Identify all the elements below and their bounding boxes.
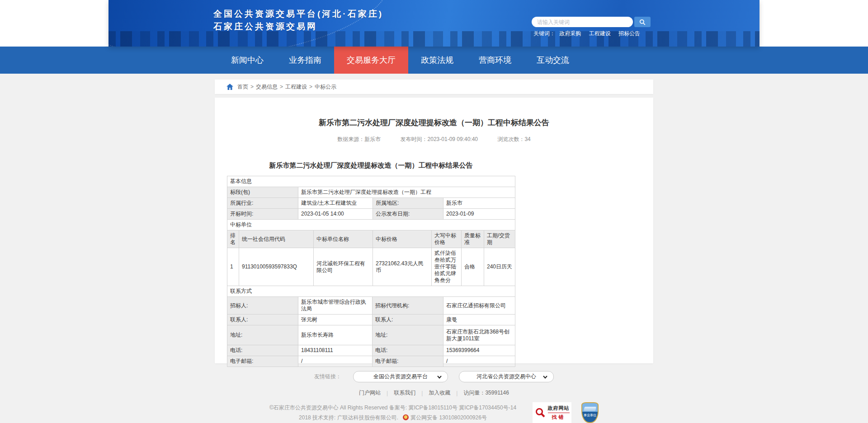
industry-value: 建筑业/土木工程建筑业 — [298, 198, 373, 209]
contact2-value: 康曼 — [443, 315, 515, 325]
table-row: 电话: 18431108111 电话: 15369399664 — [227, 345, 515, 356]
col-price: 中标价格 — [373, 230, 432, 248]
winner-price: 27321062.43元人民币 — [373, 248, 432, 286]
address2-value: 石家庄市新石北路368号创新大厦1011室 — [443, 325, 515, 345]
keyword-link-tender-notice[interactable]: 招标公告 — [618, 30, 640, 37]
breadcrumb-separator: > — [250, 84, 254, 90]
winner-data-row: 1 91130100593597833Q 河北诚乾环保工程有限公司 273210… — [227, 248, 515, 286]
email2-value: / — [443, 356, 515, 367]
content-card: 新乐市第二污水处理厂深度处理提标改造（一期）工程中标结果公告 数据来源：新乐市 … — [215, 98, 653, 363]
col-rank: 排名 — [227, 230, 239, 248]
friend-link-select-national[interactable]: 全国公共资源交易平台 — [353, 371, 448, 382]
nav-item-news[interactable]: 新闻中心 — [218, 47, 276, 74]
contact-table: 联系方式 招标人: 新乐市城市管理综合行政执法局 招标代理机构: 石家庄亿通招标… — [227, 286, 515, 367]
divider: | — [387, 390, 388, 396]
breadcrumb-separator: > — [280, 84, 283, 90]
contact1-value: 张元树 — [298, 315, 373, 325]
keyword-link-gov-procurement[interactable]: 政府采购 — [559, 30, 581, 37]
banner-image: 全国公共资源交易平台(河北·石家庄) 石家庄公共资源交易网 关键词： 政府采购 … — [108, 0, 760, 47]
breadcrumb-engineering[interactable]: 工程建设 — [285, 83, 307, 91]
site-title-line1: 全国公共资源交易平台(河北·石家庄) — [213, 8, 383, 20]
announcement-inner-title: 新乐市第二污水处理厂深度处理提标改造（一期）工程中标结果公告 — [227, 161, 515, 170]
breadcrumb-current[interactable]: 中标公示 — [315, 83, 336, 91]
breadcrumb-home[interactable]: 首页 — [237, 83, 248, 91]
email1-value: / — [298, 356, 373, 367]
search-bar — [532, 17, 651, 27]
public-security-icon — [403, 414, 409, 420]
table-row: 开标时间: 2023-01-05 14:00 公示发布日期: 2023-01-0… — [227, 209, 515, 220]
divider: | — [456, 390, 458, 396]
footer-link-favorite[interactable]: 加入收藏 — [429, 389, 450, 397]
phone2-label: 电话: — [373, 345, 443, 356]
publish-date-value: 2023-01-09 — [443, 209, 515, 220]
nav-item-guide[interactable]: 业务指南 — [276, 47, 334, 74]
hot-keywords: 关键词： 政府采购 工程建设 招标公告 — [533, 30, 646, 38]
gov-site-error-badge[interactable]: 政府网站 找错 — [533, 402, 571, 423]
winner-header-row: 排名 统一社会信用代码 中标单位名称 中标价格 大写中标价格 质量标准 工期/交… — [227, 230, 515, 248]
col-price-capital: 大写中标价格 — [432, 230, 462, 248]
table-row: 所属行业: 建筑业/土木工程建筑业 所属地区: 新乐市 — [227, 198, 515, 209]
copyright-text: ©石家庄市公共资源交易中心 All Rights Reserved 备案号: 冀… — [269, 403, 516, 423]
copyright-line1: ©石家庄市公共资源交易中心 All Rights Reserved 备案号: 冀… — [269, 403, 516, 413]
keyword-link-engineering[interactable]: 工程建设 — [589, 30, 611, 37]
winner-price-capital: 贰仟柒佰叁拾贰万壹仟零陆拾贰元肆角叁分 — [432, 248, 462, 286]
section-winner: 中标单位 — [227, 220, 515, 230]
nav-item-policy[interactable]: 政策法规 — [408, 47, 466, 74]
selected-option: 全国公共资源交易平台 — [373, 373, 428, 381]
contact2-label: 联系人: — [373, 315, 443, 325]
footer-link-contact[interactable]: 联系我们 — [394, 389, 415, 397]
page-title: 新乐市第二污水处理厂深度处理提标改造（一期）工程中标结果公告 — [215, 118, 653, 128]
contact1-label: 联系人: — [227, 315, 298, 325]
winner-company: 河北诚乾环保工程有限公司 — [314, 248, 373, 286]
announcement-body: 新乐市第二污水处理厂深度处理提标改造（一期）工程中标结果公告 基本信息 标段(包… — [227, 161, 515, 367]
package-value: 新乐市第二污水处理厂深度处理提标改造（一期）工程 — [298, 187, 515, 198]
table-row: 基本信息 — [227, 176, 515, 187]
copyright-row: ©石家庄市公共资源交易中心 All Rights Reserved 备案号: 冀… — [0, 402, 868, 423]
col-duration: 工期/交货期 — [484, 230, 515, 248]
site-title: 全国公共资源交易平台(河北·石家庄) 石家庄公共资源交易网 — [213, 8, 383, 33]
table-row: 招标人: 新乐市城市管理综合行政执法局 招标代理机构: 石家庄亿通招标有限公司 — [227, 297, 515, 315]
nav-item-trading-hall[interactable]: 交易服务大厅 — [334, 47, 408, 74]
address1-label: 地址: — [227, 325, 298, 345]
chevron-down-icon — [437, 374, 442, 381]
address2-label: 地址: — [373, 325, 443, 345]
table-row: 联系人: 张元树 联系人: 康曼 — [227, 315, 515, 325]
chevron-down-icon — [542, 374, 548, 381]
badge-text-line1: 政府网站 — [548, 405, 570, 412]
nav-item-business-env[interactable]: 营商环境 — [466, 47, 524, 74]
breadcrumb: 首页 > 交易信息 > 工程建设 > 中标公示 — [215, 80, 653, 94]
top-strip: 全国公共资源交易平台(河北·石家庄) 石家庄公共资源交易网 关键词： 政府采购 … — [0, 0, 868, 47]
article-meta: 数据来源：新乐市 发布时间：2023-01-09 09:40:40 浏览次数：3… — [215, 136, 653, 143]
home-icon[interactable] — [226, 84, 233, 90]
meta-view-count: 浏览次数：34 — [497, 136, 530, 142]
winner-credit-code: 91130100593597833Q — [239, 248, 314, 286]
shield-emblem — [584, 407, 596, 411]
winner-duration: 240日历天 — [484, 248, 515, 286]
section-basic-info: 基本信息 — [227, 176, 515, 187]
search-input[interactable] — [532, 17, 633, 27]
search-button[interactable] — [634, 17, 651, 27]
divider: | — [421, 390, 423, 396]
breadcrumb-trade-info[interactable]: 交易信息 — [256, 83, 278, 91]
meta-source: 数据来源：新乐市 — [337, 136, 381, 142]
site-title-line2: 石家庄公共资源交易网 — [213, 20, 383, 33]
security-filing-link[interactable]: 冀公网安备 13010802000926号 — [410, 414, 487, 421]
winner-table: 中标单位 排名 统一社会信用代码 中标单位名称 中标价格 大写中标价格 质量标准… — [227, 219, 515, 286]
phone1-value: 18431108111 — [298, 345, 373, 356]
phone1-label: 电话: — [227, 345, 298, 356]
winner-rank: 1 — [227, 248, 239, 286]
main-nav: 新闻中心 业务指南 交易服务大厅 政策法规 营商环境 互动交流 — [0, 47, 868, 74]
table-row: 电子邮箱: / 电子邮箱: / — [227, 356, 515, 367]
table-row: 中标单位 — [227, 220, 515, 230]
search-icon — [639, 19, 646, 25]
selected-option: 河北省公共资源交易中心 — [476, 373, 536, 381]
col-quality: 质量标准 — [462, 230, 484, 248]
nav-item-interaction[interactable]: 互动交流 — [524, 47, 582, 74]
institution-shield-badge[interactable]: 事业单位 — [581, 402, 599, 423]
region-label: 所属地区: — [373, 198, 443, 209]
meta-publish-time: 发布时间：2023-01-09 09:40:40 — [401, 136, 478, 142]
footer-link-portal[interactable]: 门户网站 — [359, 389, 381, 397]
friend-link-select-hebei[interactable]: 河北省公共资源交易中心 — [459, 371, 554, 382]
open-time-value: 2023-01-05 14:00 — [298, 209, 373, 220]
agency-value: 石家庄亿通招标有限公司 — [443, 297, 515, 315]
